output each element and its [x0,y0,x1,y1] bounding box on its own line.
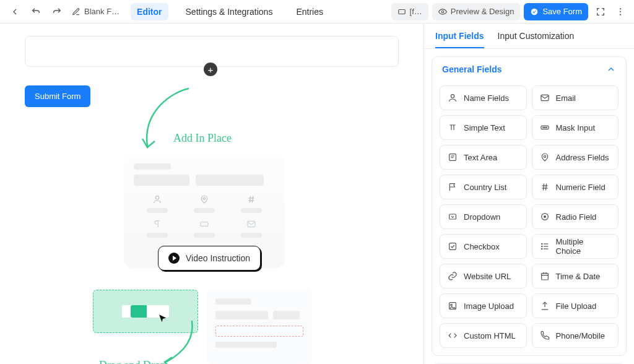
svg-rect-0 [398,9,405,14]
field-file-upload[interactable]: File Upload [532,293,619,318]
tab-entries[interactable]: Entries [290,3,329,20]
right-tabs: Input Fields Input Customization [424,24,634,49]
eye-icon [438,7,447,16]
radio-icon [540,212,550,222]
pencil-icon [72,7,80,16]
video-instruction-button[interactable]: Video Instruction [158,246,261,271]
user-icon [448,93,458,103]
tab-settings[interactable]: Settings & Integrations [180,3,279,20]
svg-point-2 [531,8,538,15]
svg-line-27 [545,184,546,191]
svg-point-3 [620,8,621,9]
field-mask-input[interactable]: Mask Input [532,115,619,140]
top-nav: Editor Settings & Integrations Entries [131,3,329,20]
svg-rect-31 [449,243,456,250]
submit-button[interactable]: Submit Form [25,85,90,107]
preview-button[interactable]: Preview & Design [432,3,521,20]
svg-point-7 [203,197,205,199]
form-title-text: Blank F… [84,7,119,16]
dropdown-icon [448,212,458,222]
field-website-url[interactable]: Website URL [440,264,527,288]
field-numeric-field[interactable]: Numeric Field [532,175,619,199]
svg-rect-12 [201,222,208,227]
canvas: + Submit Form Add In Place [0,24,423,364]
checkbox-icon [448,241,458,251]
mail-icon [540,93,550,103]
add-field-button[interactable]: + [204,63,217,76]
svg-line-11 [252,196,253,203]
svg-point-30 [544,215,546,218]
arrow-dnd [161,318,198,364]
list-icon [540,241,550,251]
field-radio-field[interactable]: Radio Field [532,204,619,229]
field-email[interactable]: Email [532,85,619,110]
svg-point-35 [541,243,542,244]
field-address-fields[interactable]: Address Fields [532,145,619,170]
play-icon [168,253,180,264]
form-title[interactable]: Blank F… [72,7,119,16]
tab-input-fields[interactable]: Input Fields [435,31,484,48]
svg-point-18 [544,127,545,128]
text-icon [448,123,458,132]
field-multiple-choice[interactable]: Multiple Choice [532,234,619,259]
svg-point-19 [546,127,547,128]
chevron-up-icon [606,64,616,74]
save-button[interactable]: Save Form [524,3,588,20]
skeleton-panel [207,290,312,364]
dnd-illustration [93,290,312,364]
field-custom-html[interactable]: Custom HTML [440,323,527,348]
svg-point-5 [620,14,621,15]
tab-input-customization[interactable]: Input Customization [498,31,575,48]
shortcode-button[interactable]: [f… [391,3,428,20]
field-time-date[interactable]: Time & Date [532,264,619,288]
textarea-icon [448,152,458,162]
paragraph-icon [152,219,162,229]
mask-icon [540,123,550,132]
field-checkbox[interactable]: Checkbox [440,234,527,259]
svg-point-6 [155,196,158,199]
image-icon [448,301,458,311]
pin-icon [540,152,550,162]
svg-point-37 [541,248,542,249]
field-name-fields[interactable]: Name Fields [440,85,527,110]
code-icon [448,331,458,340]
svg-point-4 [620,11,621,12]
fullscreen-button[interactable] [592,3,609,20]
field-image-upload[interactable]: Image Upload [440,293,527,318]
right-panel: Input Fields Input Customization General… [423,24,634,364]
svg-rect-28 [449,214,456,219]
calendar-icon [540,271,550,281]
svg-line-26 [543,184,544,191]
svg-point-14 [451,95,454,98]
form-canvas-card[interactable]: + [25,36,399,67]
back-button[interactable] [6,3,24,20]
mail-icon [246,219,256,229]
hash-icon [540,182,550,192]
topbar: Blank F… Editor Settings & Integrations … [0,0,634,24]
redo-button[interactable] [48,3,66,20]
field-country-list[interactable]: Country List [440,175,527,199]
field-dropdown[interactable]: Dropdown [440,204,527,229]
more-menu[interactable] [613,3,628,20]
svg-rect-38 [541,273,548,280]
svg-point-36 [541,246,542,246]
svg-point-1 [441,11,444,13]
svg-point-43 [451,304,453,306]
svg-point-17 [542,127,543,128]
placeholder-illustration: Video Instruction [124,154,285,268]
undo-button[interactable] [27,3,45,20]
field-phone-mobile[interactable]: Phone/Mobile [532,323,619,348]
user-icon [152,194,162,204]
field-simple-text[interactable]: Simple Text [440,115,527,140]
section-general-toggle[interactable]: General Fields [432,57,626,82]
svg-line-10 [250,196,250,203]
upload-icon [540,301,550,311]
label-add-in-place: Add In Place [173,132,232,145]
check-circle-icon [530,7,539,16]
pin-icon [199,194,209,204]
hash-icon [246,194,256,204]
phone-icon [540,331,550,340]
section-general-fields: General Fields Name FieldsEmailSimple Te… [432,56,627,356]
tab-editor[interactable]: Editor [131,3,168,20]
field-text-area[interactable]: Text Area [440,145,527,170]
